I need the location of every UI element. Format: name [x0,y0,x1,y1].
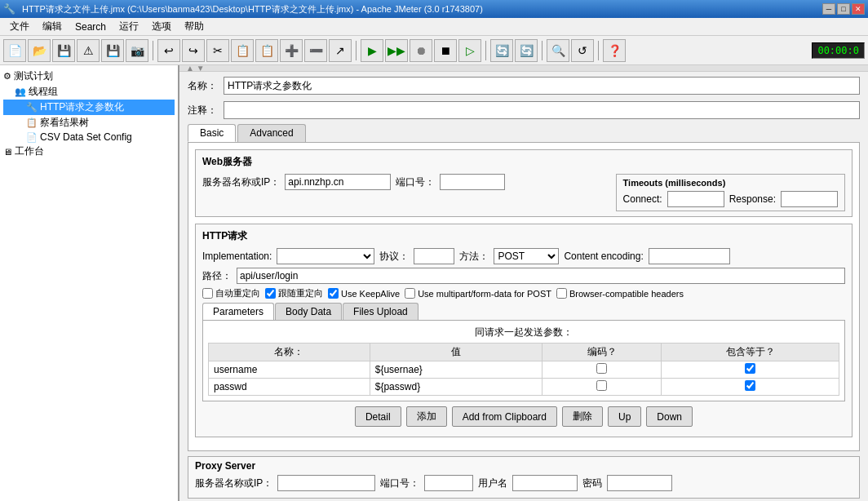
maximize-button[interactable]: □ [837,3,850,15]
inner-tab-body-data[interactable]: Body Data [275,303,342,320]
server-input[interactable] [285,174,391,190]
menu-run[interactable]: 运行 [113,18,145,35]
expand-button[interactable]: ➕ [280,39,303,62]
save-button[interactable]: 💾 [52,39,75,62]
protocol-input[interactable] [414,248,454,264]
tree-item-test-plan[interactable]: ⚙ 测试计划 [3,69,175,84]
paste-button[interactable]: 📋 [255,39,278,62]
response-input[interactable] [781,191,838,207]
path-row: 路径： [202,268,845,284]
copy-button[interactable]: 📋 [231,39,254,62]
tree-item-csv-config[interactable]: 📄 CSV Data Set Config [3,131,175,144]
encoding-input[interactable] [649,248,730,264]
revert-button[interactable]: ⚠ [77,39,100,62]
path-label: 路径： [202,269,232,283]
stop-now-button[interactable]: ⏹ [434,39,457,62]
minimize-button[interactable]: ─ [822,3,835,15]
search2-button[interactable]: 🔍 [547,39,569,62]
impl-label: Implementation: [202,250,272,262]
response-label: Response: [729,193,776,205]
include-checkbox-1[interactable] [745,363,755,374]
proxy-password-input[interactable] [607,475,672,491]
open-button[interactable]: 📂 [28,39,51,62]
encode-checkbox-2[interactable] [596,380,607,391]
proxy-title: Proxy Server [195,460,852,472]
include-checkbox-2[interactable] [745,380,755,391]
implementation-row: Implementation: 协议： 方法： POST GET Content… [202,248,845,264]
remote-start-button[interactable]: ▷ [458,39,481,62]
tree-item-http-request[interactable]: 🔧 HTTP请求之参数化 [3,100,175,115]
tab-advanced[interactable]: Advanced [237,124,305,142]
browser-headers-check[interactable]: Browser-compatible headers [556,288,684,299]
keep-alive-check[interactable]: Use KeepAlive [328,288,400,299]
connect-input[interactable] [667,191,724,207]
add-from-clipboard-button[interactable]: Add from Clipboard [452,406,557,427]
menu-options[interactable]: 选项 [145,18,178,35]
webserver-row: 服务器名称或IP： 端口号： Timeouts (milliseconds) C… [202,174,845,211]
tree-panel: ⚙ 测试计划 👥 线程组 🔧 HTTP请求之参数化 📋 察看结果树 📄 CSV … [0,65,179,501]
follow-redirect-check[interactable]: 跟随重定向 [265,287,323,299]
row-1-encode[interactable] [542,361,662,379]
add-button[interactable]: 添加 [406,406,447,427]
row-2-encode[interactable] [542,379,662,396]
tab-basic[interactable]: Basic [188,124,236,142]
down-button[interactable]: Down [646,406,693,427]
name-input[interactable] [224,77,860,95]
stop-button[interactable]: ⏺ [410,39,432,62]
cut-button[interactable]: ✂ [206,39,229,62]
menu-edit[interactable]: 编辑 [36,18,69,35]
menu-search[interactable]: Search [69,20,113,34]
up-button[interactable]: Up [608,406,641,427]
comment-input[interactable] [224,101,860,119]
screenshot-button[interactable]: 📷 [126,39,148,62]
encode-checkbox-1[interactable] [596,363,607,374]
collapse-button[interactable]: ➖ [304,39,327,62]
save-as-button[interactable]: 💾 [101,39,124,62]
col-name: 名称： [209,344,370,361]
port-input[interactable] [440,174,505,190]
multipart-checkbox[interactable] [405,288,415,299]
inner-tab-parameters[interactable]: Parameters [202,303,274,320]
reset-button[interactable]: ↺ [571,39,594,62]
row-2-include[interactable] [662,379,839,396]
proxy-username-input[interactable] [512,475,578,491]
help-button[interactable]: ❓ [603,39,626,62]
method-select[interactable]: POST GET [494,248,559,264]
close-button[interactable]: ✕ [852,3,865,15]
web-server-section: Web服务器 服务器名称或IP： 端口号： Timeouts (millisec… [195,149,852,217]
menu-file[interactable]: 文件 [3,18,36,35]
browser-headers-checkbox[interactable] [556,288,567,299]
tree-item-thread-group[interactable]: 👥 线程组 [3,84,175,100]
table-row[interactable]: username ${usernae} [209,361,839,379]
run-button[interactable]: ▶ [361,39,383,62]
clear-button[interactable]: 🔄 [490,39,513,62]
auto-redirect-check[interactable]: 自动重定向 [202,287,260,299]
toolbar-separator-1 [153,41,153,60]
impl-select[interactable] [277,248,374,264]
delete-button[interactable]: 删除 [562,406,603,427]
col-encode: 编码？ [542,344,662,361]
path-input[interactable] [237,268,845,284]
redo-button[interactable]: ↪ [182,39,205,62]
tree-item-workbench[interactable]: 🖥 工作台 [3,144,175,159]
auto-redirect-checkbox[interactable] [202,288,213,299]
follow-redirect-label: 跟随重定向 [278,287,323,299]
remote-button[interactable]: ↗ [329,39,352,62]
menu-help[interactable]: 帮助 [178,18,210,35]
row-1-include[interactable] [662,361,839,379]
params-header: 同请求一起发送参数： [208,326,839,339]
table-row[interactable]: passwd ${passwd} [209,379,839,396]
detail-button[interactable]: Detail [355,406,401,427]
tree-item-view-results[interactable]: 📋 察看结果树 [3,115,175,131]
clear-all-button[interactable]: 🔄 [515,39,538,62]
keep-alive-checkbox[interactable] [328,288,339,299]
multipart-check[interactable]: Use multipart/form-data for POST [405,288,551,299]
proxy-server-input[interactable] [277,475,375,491]
follow-redirect-checkbox[interactable] [265,288,276,299]
new-button[interactable]: 📄 [3,39,26,62]
proxy-port-input[interactable] [424,475,473,491]
inner-tab-files-upload[interactable]: Files Upload [343,303,418,320]
undo-button[interactable]: ↩ [157,39,180,62]
run-no-pause-button[interactable]: ▶▶ [385,39,408,62]
inner-tab-content-parameters: 同请求一起发送参数： 名称： 值 编码？ 包含等于？ [202,320,845,401]
